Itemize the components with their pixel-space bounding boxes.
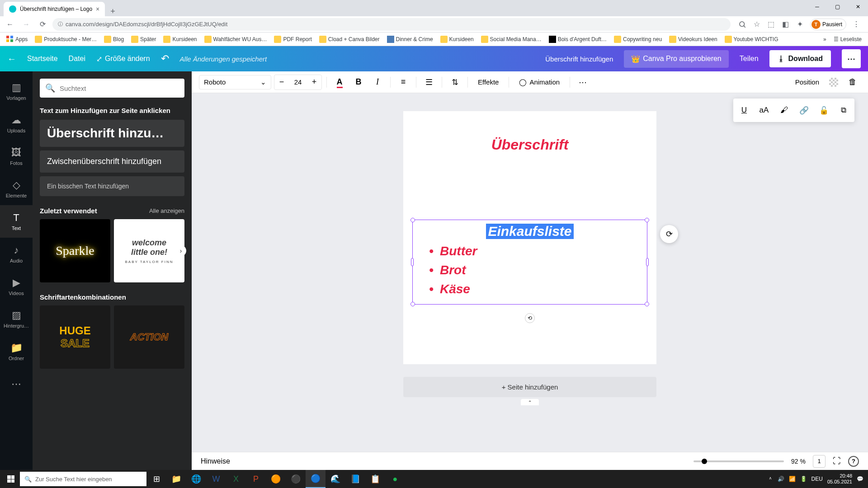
selected-text-box[interactable]: Einkaufsliste Butter Brot Käse ⟲ xyxy=(412,220,647,305)
spacing-button[interactable]: ⇅ xyxy=(447,74,463,90)
resize-handle[interactable] xyxy=(645,218,649,222)
template-thumb-welcome[interactable]: welcome little one! BABY TAYLOR FINN xyxy=(114,219,184,282)
close-tab-icon[interactable]: × xyxy=(96,5,99,13)
bookmark-item[interactable]: Blog xyxy=(101,34,127,45)
rail-folders[interactable]: 📁Ordner xyxy=(0,335,33,368)
position-button[interactable]: Position xyxy=(792,78,823,86)
app-icon-3[interactable]: 📋 xyxy=(365,470,385,488)
more-menu-button[interactable]: ⋯ xyxy=(842,49,861,68)
template-thumb-huge-sale[interactable]: HUGE SALE xyxy=(40,305,110,369)
excel-icon[interactable]: X xyxy=(226,470,246,488)
back-icon[interactable]: ← xyxy=(4,18,16,31)
resize-handle[interactable] xyxy=(410,218,415,222)
rail-photos[interactable]: 🖼Fotos xyxy=(0,140,33,173)
bookmark-item[interactable]: Produktsuche - Mer… xyxy=(32,34,99,45)
obs-icon[interactable]: ⚫ xyxy=(286,470,306,488)
minimize-window-icon[interactable]: ─ xyxy=(807,0,827,14)
font-size-value[interactable]: 24 xyxy=(289,78,307,86)
zoom-thumb[interactable] xyxy=(702,459,707,464)
task-view-icon[interactable]: ⊞ xyxy=(146,470,166,488)
edge-icon[interactable]: 🌊 xyxy=(326,470,345,488)
bookmark-item[interactable]: Youtube WICHTIG xyxy=(722,34,781,45)
underline-button[interactable]: U xyxy=(735,102,753,118)
bookmark-item[interactable]: Copywriting neu xyxy=(611,34,665,45)
zoom-slider[interactable] xyxy=(693,460,784,462)
reading-list-button[interactable]: ☰ Leseliste xyxy=(831,34,864,44)
notifications-icon[interactable]: 💬 xyxy=(857,476,863,482)
template-thumb-sparkle[interactable]: Sparkle xyxy=(40,219,110,282)
file-menu[interactable]: Datei xyxy=(69,55,85,63)
undo-icon[interactable]: ↶ xyxy=(161,53,169,65)
list-item[interactable]: Käse xyxy=(429,280,642,299)
alignment-button[interactable]: ≡ xyxy=(395,74,411,90)
address-bar[interactable]: ⓘ canva.com/design/DAEdomzscjl/drBfjHdCo… xyxy=(52,18,731,31)
extensions-puzzle-icon[interactable]: ✦ xyxy=(796,20,805,29)
zoom-percent[interactable]: 92 % xyxy=(791,458,806,465)
bookmark-item[interactable]: Social Media Mana… xyxy=(478,34,544,45)
link-button[interactable]: 🔗 xyxy=(795,102,813,118)
resize-button[interactable]: ⤢ Größe ändern xyxy=(96,55,150,63)
browser-menu-icon[interactable]: ⋮ xyxy=(852,20,861,29)
chrome-icon[interactable]: 🔵 xyxy=(306,470,326,488)
resize-handle[interactable] xyxy=(645,302,649,306)
next-thumbs-icon[interactable]: › xyxy=(175,245,186,256)
see-all-link[interactable]: Alle anzeigen xyxy=(149,207,184,214)
try-pro-button[interactable]: 👑 Canva Pro ausprobieren xyxy=(624,50,728,68)
rail-elements[interactable]: ◇Elemente xyxy=(0,173,33,205)
fullscreen-icon[interactable]: ⛶ xyxy=(833,456,841,466)
edge-legacy-icon[interactable]: 🌐 xyxy=(186,470,206,488)
effects-button[interactable]: Effekte xyxy=(472,78,504,86)
app-icon-2[interactable]: 📘 xyxy=(345,470,365,488)
word-icon[interactable]: W xyxy=(206,470,226,488)
resize-handle[interactable] xyxy=(646,258,649,266)
rail-background[interactable]: ▨Hintergru… xyxy=(0,303,33,335)
uppercase-button[interactable]: aA xyxy=(755,102,773,118)
add-subheading-tile[interactable]: Zwischenüberschrift hinzufügen xyxy=(40,150,184,173)
help-icon[interactable]: ? xyxy=(848,456,859,467)
heading-text-element[interactable]: Überschrift xyxy=(403,136,656,153)
start-button[interactable] xyxy=(2,470,20,488)
bookmark-item[interactable]: Wahlfächer WU Aus… xyxy=(202,34,270,45)
list-item[interactable]: Brot xyxy=(429,261,642,280)
share-button[interactable]: Teilen xyxy=(740,55,759,63)
list-button[interactable]: ☰ xyxy=(421,74,437,90)
bookmark-item[interactable]: Kursideen xyxy=(160,34,199,45)
bookmark-item[interactable]: Videokurs Ideen xyxy=(666,34,720,45)
add-body-tile[interactable]: Ein bisschen Text hinzufügen xyxy=(40,176,184,196)
apps-button[interactable]: Apps xyxy=(4,34,30,45)
format-painter-button[interactable]: 🖌 xyxy=(775,102,793,118)
maximize-window-icon[interactable]: ▢ xyxy=(827,0,848,14)
extension-icon-2[interactable]: ◧ xyxy=(781,20,790,29)
transparency-button[interactable] xyxy=(826,74,842,90)
template-thumb-action[interactable]: ACTION xyxy=(114,305,184,369)
italic-button[interactable]: I xyxy=(369,74,386,90)
taskbar-search[interactable]: 🔍 Zur Suche Text hier eingeben xyxy=(20,472,146,486)
document-title[interactable]: Überschrift hinzufügen xyxy=(545,55,613,63)
volume-icon[interactable]: 🔊 xyxy=(778,476,784,482)
spotify-icon[interactable]: ● xyxy=(385,470,405,488)
bookmark-item[interactable]: Später xyxy=(128,34,159,45)
extension-icon[interactable]: ⬚ xyxy=(767,20,776,29)
bookmark-item[interactable]: Kursideen xyxy=(438,34,476,45)
language-indicator[interactable]: DEU xyxy=(811,476,823,482)
resize-handle[interactable] xyxy=(411,258,414,266)
rotate-handle[interactable]: ⟲ xyxy=(525,313,535,323)
list-item[interactable]: Butter xyxy=(429,242,642,261)
rail-audio[interactable]: ♪Audio xyxy=(0,238,33,270)
bookmark-item[interactable]: Cload + Canva Bilder xyxy=(316,34,382,45)
zoom-icon[interactable] xyxy=(738,20,747,29)
profile-button[interactable]: T Pausiert xyxy=(810,19,846,30)
rail-text[interactable]: TText xyxy=(0,205,33,238)
search-input-wrap[interactable]: 🔍 xyxy=(40,79,184,98)
bookmark-item[interactable]: Bois d'Argent Duft… xyxy=(546,34,609,45)
new-tab-button[interactable]: + xyxy=(105,7,121,16)
rail-uploads[interactable]: ☁Uploads xyxy=(0,108,33,140)
page-indicator[interactable]: 1 xyxy=(813,455,826,468)
add-heading-tile[interactable]: Überschrift hinzu… xyxy=(40,120,184,147)
font-size-decrease[interactable]: − xyxy=(274,75,289,89)
bookmark-item[interactable]: Dinner & Crime xyxy=(384,34,436,45)
delete-button[interactable]: 🗑 xyxy=(844,74,861,90)
back-arrow-icon[interactable]: ← xyxy=(7,54,16,64)
battery-icon[interactable]: 🔋 xyxy=(800,476,807,482)
notes-button[interactable]: Hinweise xyxy=(201,457,230,465)
